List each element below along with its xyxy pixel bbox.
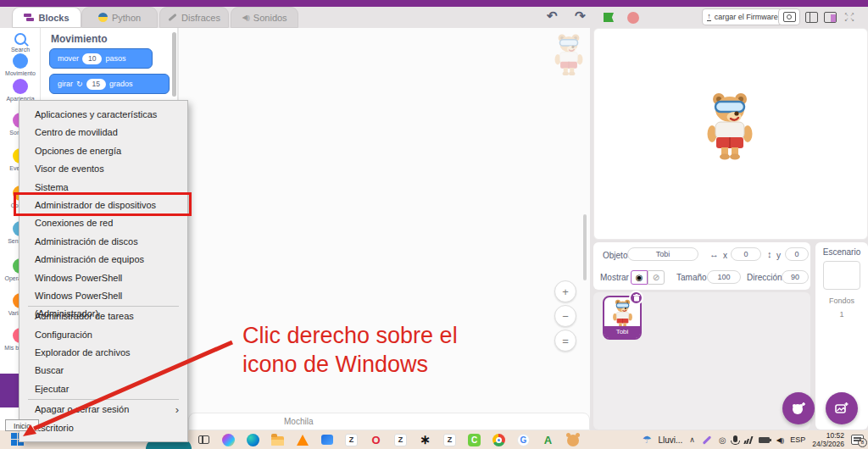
redo-icon[interactable]: ↷: [575, 8, 586, 24]
copilot-icon[interactable]: [221, 433, 236, 447]
sidebar-item-apariencia[interactable]: Apariencia: [0, 79, 41, 102]
zoom-in-button[interactable]: +: [554, 280, 576, 302]
battery-icon[interactable]: [759, 437, 770, 443]
weather-label[interactable]: Lluvi...: [658, 435, 682, 445]
y-label: y: [776, 251, 781, 260]
annotation-line1: Clic derecho sobre el: [242, 321, 458, 350]
green-flag-icon[interactable]: [604, 13, 614, 22]
mail-app-icon[interactable]: [320, 433, 334, 447]
chatgpt-icon[interactable]: ∗: [418, 433, 432, 447]
palette-scrollbar[interactable]: [172, 32, 176, 97]
z-app-icon-3[interactable]: Z: [442, 433, 457, 447]
menu-item-powershell-admin[interactable]: Windows PowerShell (Administrador): [19, 287, 187, 305]
sidebar-item-search[interactable]: Search: [0, 33, 41, 53]
stop-icon[interactable]: [627, 12, 639, 24]
z-app-icon-2[interactable]: Z: [393, 433, 408, 447]
search-icon: [14, 33, 26, 45]
apariencia-dot-icon: [13, 79, 28, 94]
menu-item-administracion-discos[interactable]: Administración de discos: [19, 233, 187, 251]
menu-item-powershell[interactable]: Windows PowerShell: [19, 269, 187, 287]
sprite-name-input[interactable]: Tobi: [627, 247, 698, 261]
add-backdrop-icon: [834, 401, 849, 416]
notification-badge: 8: [858, 438, 867, 447]
a-app-icon[interactable]: A: [541, 433, 555, 447]
block-girar-grados[interactable]: girar ↻ 15 grados: [49, 74, 170, 94]
camtasia-icon[interactable]: C: [467, 433, 481, 447]
search-label: Search: [0, 47, 41, 53]
stage-sprite-tobi[interactable]: [704, 90, 756, 161]
menu-item-apagar[interactable]: Apagar o cerrar sesión ›: [19, 401, 187, 419]
block-input[interactable]: 15: [86, 79, 106, 90]
x-value-input[interactable]: 0: [731, 247, 761, 261]
direction-label: Dirección: [747, 273, 782, 282]
backdrop-thumbnail[interactable]: [823, 261, 860, 290]
screenshot-button[interactable]: [778, 8, 800, 25]
tab-sonidos-label: Sonidos: [253, 13, 287, 23]
menu-item-centro-movilidad[interactable]: Centro de movilidad: [19, 124, 187, 141]
menu-item-explorador-archivos[interactable]: Explorador de archivos: [19, 344, 187, 362]
menu-item-ejecutar[interactable]: Ejecutar: [19, 380, 187, 398]
menu-item-visor-eventos[interactable]: Visor de eventos: [19, 160, 187, 178]
size-input[interactable]: 100: [707, 270, 741, 284]
direction-input[interactable]: 90: [782, 270, 809, 284]
menu-item-escritorio[interactable]: Escritorio: [19, 419, 187, 437]
vlc-icon[interactable]: [295, 433, 309, 447]
extension-button-stub[interactable]: [0, 374, 19, 407]
add-backdrop-button[interactable]: [826, 392, 858, 424]
undo-icon[interactable]: ↶: [547, 8, 558, 24]
mblock-bear-icon[interactable]: [565, 433, 580, 447]
menu-item-administrador-tareas[interactable]: Administrador de tareas: [19, 308, 187, 325]
language-indicator[interactable]: ESP: [790, 435, 805, 444]
menu-item-conexiones-red[interactable]: Conexiones de red: [19, 214, 187, 232]
add-sprite-button[interactable]: [782, 392, 815, 424]
menu-item-configuracion[interactable]: Configuración: [19, 326, 187, 344]
edge-icon[interactable]: [246, 433, 260, 447]
chrome-icon[interactable]: [492, 433, 506, 447]
pen-tray-icon[interactable]: [703, 435, 712, 445]
z-app-icon-1[interactable]: Z: [344, 433, 359, 447]
workspace-scrollbar[interactable]: [583, 214, 587, 280]
weather-umbrella-icon[interactable]: ☂: [643, 434, 652, 446]
sidebar-item-movimiento[interactable]: Movimiento: [0, 53, 41, 76]
network-signal-icon[interactable]: [744, 436, 752, 444]
backdrop-panel-title: Escenario: [815, 247, 868, 257]
backpack-bar[interactable]: Mochila: [188, 413, 590, 430]
delete-sprite-button[interactable]: [629, 291, 643, 305]
opera-icon[interactable]: O: [369, 433, 383, 447]
zoom-out-button[interactable]: −: [554, 305, 576, 327]
menu-item-administracion-equipos[interactable]: Administración de equipos: [19, 251, 187, 269]
clock[interactable]: 10:52 24/3/2026: [812, 431, 844, 448]
block-input[interactable]: 10: [82, 53, 102, 64]
menu-item-opciones-energia[interactable]: Opciones de energía: [19, 142, 187, 160]
sprite-thumb-name: Tobi: [604, 326, 640, 338]
small-stage-button[interactable]: [821, 8, 839, 25]
eye-icon: ◉: [636, 273, 643, 282]
show-sprite-button[interactable]: ◉: [631, 270, 648, 285]
panel-layout-icon: [805, 12, 818, 23]
tab-sonidos[interactable]: ◀)) Sonidos: [231, 7, 298, 28]
backpack-label: Mochila: [284, 417, 313, 426]
y-value-input[interactable]: 0: [785, 247, 809, 261]
block-mover-pasos[interactable]: mover 10 pasos: [49, 48, 153, 69]
file-explorer-icon[interactable]: [270, 433, 285, 447]
hide-stage-button[interactable]: [802, 8, 821, 25]
ring-tray-icon[interactable]: ◎: [719, 435, 726, 445]
hidden-icons-chevron[interactable]: ∧: [689, 435, 695, 444]
upload-firmware-button[interactable]: ↑ cargar el Firmware: [702, 8, 783, 25]
notification-center-icon[interactable]: 8: [851, 435, 864, 445]
tab-blocks-label: Blocks: [38, 13, 69, 23]
tab-python[interactable]: Python: [81, 7, 158, 28]
task-view-icon[interactable]: [197, 433, 211, 447]
zoom-reset-button[interactable]: =: [554, 330, 576, 352]
volume-icon[interactable]: ◀)): [776, 436, 783, 444]
taskbar-app-icons: Z O Z ∗ Z C G A: [197, 430, 580, 449]
google-app-icon[interactable]: G: [516, 433, 531, 447]
hide-sprite-button[interactable]: ⊘: [648, 270, 665, 285]
menu-item-aplicaciones[interactable]: Aplicaciones y características: [19, 106, 187, 124]
menu-item-buscar[interactable]: Buscar: [19, 362, 187, 380]
microphone-icon[interactable]: [733, 435, 737, 442]
fullscreen-button[interactable]: ↖↗↙↘: [841, 8, 860, 25]
tab-disfraces[interactable]: Disfraces: [159, 7, 229, 28]
mblock-app-window: Blocks Python Disfraces ◀)) Sonidos ↶ ↷ …: [0, 0, 868, 449]
tab-blocks[interactable]: Blocks: [12, 7, 81, 28]
